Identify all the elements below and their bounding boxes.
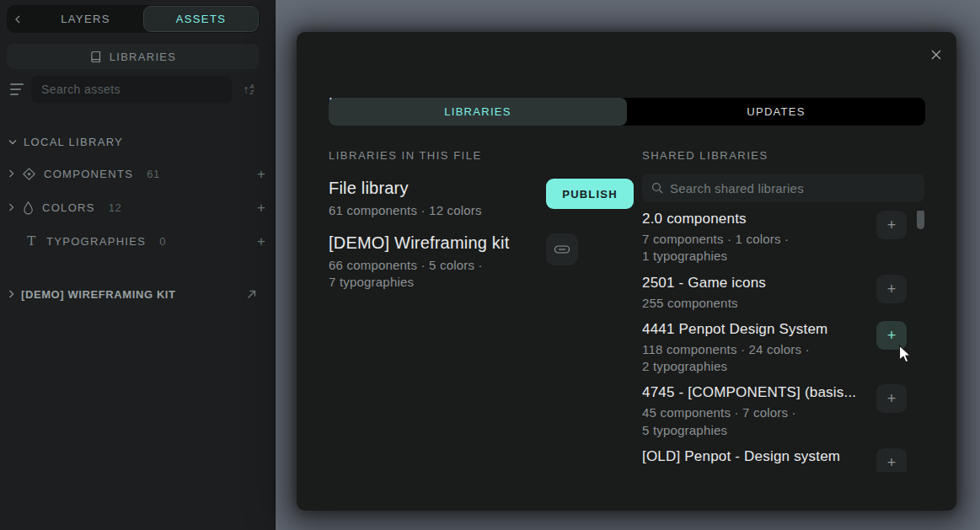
library-name: [DEMO] Wireframing kit <box>329 233 546 253</box>
library-meta: 66 components · 5 colors · 7 typographie… <box>329 257 546 292</box>
component-icon <box>22 167 36 181</box>
add-typography-button[interactable]: + <box>257 234 265 249</box>
sort-icon[interactable]: ↑ AZ <box>238 83 260 96</box>
modal-tab-bar: LIBRARIES UPDATES <box>329 98 925 126</box>
shared-library-row: [OLD] Penpot - Design system + <box>642 448 924 472</box>
library-meta-line: 66 components · 5 colors · <box>329 257 546 275</box>
scrollbar-thumb[interactable] <box>917 211 924 229</box>
detach-library-button[interactable] <box>546 233 578 265</box>
tree-row-typographies[interactable]: T TYPOGRAPHIES 0 + <box>0 224 276 258</box>
library-name: File library <box>329 179 546 198</box>
chevron-right-icon <box>8 290 14 298</box>
book-icon <box>90 51 102 63</box>
publish-button[interactable]: PUBLISH <box>546 179 634 209</box>
linked-library-row: [DEMO] Wireframing kit 66 components · 5… <box>329 233 642 292</box>
shared-libraries-section: SHARED LIBRARIES 2.0 components <box>642 149 924 472</box>
shared-libraries-list[interactable]: 2.0 components 7 components · 1 colors ·… <box>642 211 924 472</box>
arrow-up-right-icon <box>246 289 257 300</box>
add-component-button[interactable]: + <box>257 167 265 181</box>
library-name: [OLD] Penpot - Design system <box>642 448 870 465</box>
library-meta-line: 7 typographies <box>329 274 546 292</box>
sidebar-tab-bar: LAYERS ASSETS <box>7 5 260 33</box>
tree-count: 0 <box>159 235 166 248</box>
local-library-label: LOCAL LIBRARY <box>24 136 123 148</box>
tree-count: 61 <box>147 168 159 180</box>
shared-search-input[interactable] <box>670 181 915 195</box>
tree-label: COMPONENTS <box>44 168 133 180</box>
external-library-row[interactable]: [DEMO] WIREFRAMING KIT <box>8 283 267 305</box>
library-meta-line: 2 typographies <box>642 358 870 375</box>
tree-count: 12 <box>109 201 121 214</box>
library-meta: 7 components · 1 colors · 1 typographies <box>642 231 870 265</box>
shared-section-header: SHARED LIBRARIES <box>642 149 924 162</box>
assets-search-input[interactable] <box>31 76 232 103</box>
library-meta-line: 61 components · 12 colors <box>329 202 546 220</box>
file-section-header: LIBRARIES IN THIS FILE <box>329 149 642 162</box>
add-shared-library-button[interactable]: + <box>876 384 907 413</box>
library-meta-line: 255 components <box>642 295 870 312</box>
typography-icon: T <box>25 233 39 249</box>
chain-link-icon <box>554 244 570 255</box>
library-name: 2501 - Game icons <box>642 275 870 292</box>
library-meta: 118 components · 24 colors · 2 typograph… <box>642 341 870 376</box>
libraries-button-label: LIBRARIES <box>110 51 177 63</box>
open-library-button[interactable] <box>246 289 257 300</box>
tab-assets[interactable]: ASSETS <box>143 6 259 32</box>
shared-library-row: 2.0 components 7 components · 1 colors ·… <box>642 211 924 265</box>
external-library-label: [DEMO] WIREFRAMING KIT <box>21 288 176 301</box>
color-drop-icon <box>22 201 35 215</box>
close-modal-button[interactable] <box>926 45 946 65</box>
library-meta-line: 45 components · 7 colors · <box>642 404 870 421</box>
tree-label: TYPOGRAPHIES <box>46 235 146 248</box>
shared-library-row: 2501 - Game icons 255 components + <box>642 275 924 312</box>
chevron-right-icon <box>8 169 14 178</box>
chevron-down-icon <box>8 139 17 145</box>
shared-library-info: 2.0 components 7 components · 1 colors ·… <box>642 211 876 265</box>
shared-library-info: [OLD] Penpot - Design system <box>642 448 876 465</box>
tab-layers[interactable]: LAYERS <box>29 5 142 33</box>
tab-libraries[interactable]: LIBRARIES <box>329 98 627 126</box>
shared-search-box <box>642 174 924 202</box>
linked-library-info: [DEMO] Wireframing kit 66 components · 5… <box>329 233 546 292</box>
filter-icon[interactable] <box>7 83 25 95</box>
file-libraries-section: LIBRARIES IN THIS FILE File library 61 c… <box>329 149 642 472</box>
add-shared-library-button[interactable]: + <box>876 321 907 350</box>
collapse-sidebar-button[interactable] <box>7 5 29 33</box>
chevron-left-icon <box>14 15 21 24</box>
shared-library-row: 4441 Penpot Design System 118 components… <box>642 321 924 376</box>
library-meta-line: 5 typographies <box>642 422 870 439</box>
library-name: 4441 Penpot Design System <box>642 321 870 338</box>
library-name: 2.0 components <box>642 211 870 228</box>
library-name: 4745 - [COMPONENTS] (basis... <box>642 384 870 401</box>
add-color-button[interactable]: + <box>257 201 265 215</box>
shared-library-info: 4441 Penpot Design System 118 components… <box>642 321 876 376</box>
file-library-row: File library 61 components · 12 colors P… <box>329 179 642 220</box>
add-shared-library-button[interactable]: + <box>876 211 907 239</box>
libraries-button[interactable]: LIBRARIES <box>7 44 260 69</box>
assets-search-row: ↑ AZ <box>7 76 260 103</box>
library-meta-line: 118 components · 24 colors · <box>642 341 870 358</box>
modal-columns: LIBRARIES IN THIS FILE File library 61 c… <box>329 149 924 472</box>
penpot-workspace: LAYERS ASSETS LIBRARIES ↑ AZ <box>0 0 980 530</box>
tree-row-components[interactable]: COMPONENTS 61 + <box>0 157 276 190</box>
tree-label: COLORS <box>42 201 95 214</box>
file-library-info: File library 61 components · 12 colors <box>329 179 546 220</box>
add-shared-library-button[interactable]: + <box>876 275 907 303</box>
shared-library-info: 2501 - Game icons 255 components <box>642 275 876 312</box>
chevron-right-icon <box>8 203 14 211</box>
left-sidebar: LAYERS ASSETS LIBRARIES ↑ AZ <box>0 0 276 530</box>
library-meta: 45 components · 7 colors · 5 typographie… <box>642 404 870 439</box>
local-library-header[interactable]: LOCAL LIBRARY <box>8 133 267 150</box>
library-meta: 255 components <box>642 295 870 312</box>
library-meta: 61 components · 12 colors <box>329 202 546 220</box>
shared-library-row: 4745 - [COMPONENTS] (basis... 45 compone… <box>642 384 924 439</box>
libraries-modal: LIBRARIES LIBRARIES UPDATES LIBRARIES IN… <box>297 32 956 511</box>
close-icon <box>930 49 942 61</box>
tab-updates[interactable]: UPDATES <box>627 98 925 126</box>
tree-row-colors[interactable]: COLORS 12 + <box>0 190 276 224</box>
shared-library-info: 4745 - [COMPONENTS] (basis... 45 compone… <box>642 384 876 439</box>
library-meta-line: 7 components · 1 colors · <box>642 231 870 248</box>
assets-tree: COMPONENTS 61 + COLORS 12 + T <box>0 157 276 258</box>
add-shared-library-button[interactable]: + <box>876 448 907 472</box>
search-icon <box>651 182 663 194</box>
